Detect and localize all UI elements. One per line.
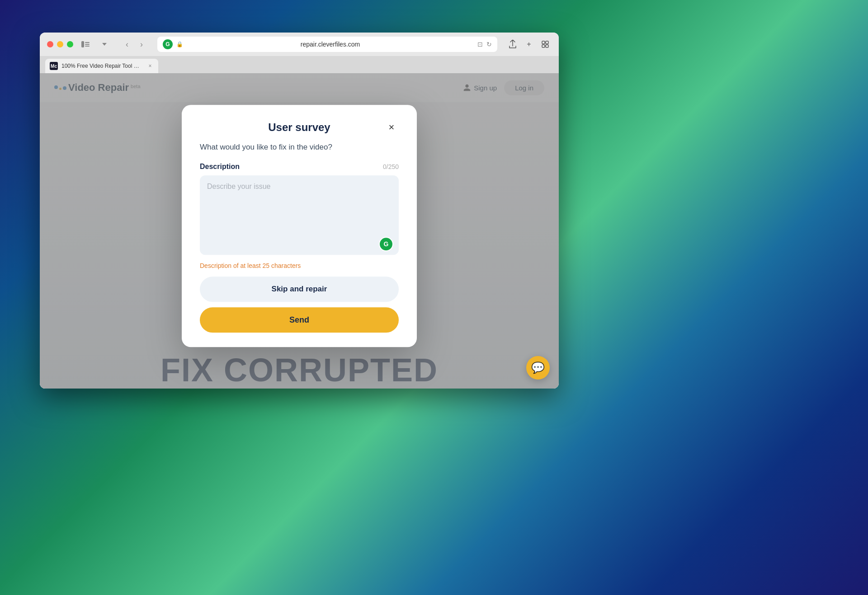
description-textarea[interactable] <box>200 175 399 255</box>
svg-rect-4 <box>542 41 545 44</box>
url-text[interactable]: repair.cleverfiles.com <box>187 41 474 48</box>
nav-buttons: ‹ › <box>120 37 148 51</box>
svg-rect-2 <box>85 44 90 45</box>
lock-icon: 🔒 <box>176 41 183 47</box>
sidebar-toggle-icon[interactable] <box>79 37 92 51</box>
sidebar-dropdown-icon[interactable] <box>98 37 111 51</box>
tab-bar: Mc 100% Free Video Repair Tool Online: F… <box>40 56 559 73</box>
share-icon[interactable] <box>506 38 519 51</box>
svg-rect-3 <box>85 46 90 47</box>
svg-rect-6 <box>542 45 545 47</box>
close-window-button[interactable] <box>47 41 53 47</box>
svg-rect-5 <box>546 41 548 44</box>
reader-mode-icon[interactable]: ⊡ <box>477 41 483 48</box>
send-button[interactable]: Send <box>200 307 399 333</box>
svg-rect-0 <box>81 41 84 47</box>
browser-window: ‹ › G 🔒 repair.cleverfiles.com ⊡ ↻ + <box>40 33 559 389</box>
modal-subtitle: What would you like to fix in the video? <box>200 143 399 152</box>
modal-header: User survey × <box>200 121 399 134</box>
svg-rect-7 <box>546 45 548 47</box>
modal-close-button[interactable]: × <box>384 120 399 135</box>
minimize-window-button[interactable] <box>57 41 63 47</box>
page-content: Video Repair beta Sign up Log in FIX COR… <box>40 73 559 389</box>
tab-title: 100% Free Video Repair Tool Online: Fix … <box>61 63 143 69</box>
char-count: 0/250 <box>383 163 399 170</box>
new-tab-icon[interactable]: + <box>523 38 535 51</box>
description-row: Description 0/250 <box>200 163 399 171</box>
active-tab[interactable]: Mc 100% Free Video Repair Tool Online: F… <box>45 59 158 73</box>
browser-right-icons: + <box>506 38 552 51</box>
back-button[interactable]: ‹ <box>120 37 134 51</box>
svg-rect-1 <box>85 42 90 43</box>
chat-icon: 💬 <box>531 361 545 374</box>
user-survey-modal: User survey × What would you like to fix… <box>182 105 417 347</box>
tab-favicon: Mc <box>50 62 58 70</box>
textarea-wrapper: G <box>200 175 399 257</box>
description-label: Description <box>200 163 240 171</box>
traffic-lights <box>47 41 73 47</box>
grammarly-badge-icon: G <box>379 237 393 251</box>
address-bar[interactable]: G 🔒 repair.cleverfiles.com ⊡ ↻ <box>157 37 497 52</box>
browser-titlebar: ‹ › G 🔒 repair.cleverfiles.com ⊡ ↻ + <box>40 33 559 56</box>
browser-chrome: ‹ › G 🔒 repair.cleverfiles.com ⊡ ↻ + <box>40 33 559 73</box>
tab-close-button[interactable]: × <box>146 62 154 70</box>
chat-button[interactable]: 💬 <box>526 356 550 379</box>
tab-overview-icon[interactable] <box>539 38 552 51</box>
validation-message: Description of at least 25 characters <box>200 262 399 269</box>
skip-and-repair-button[interactable]: Skip and repair <box>200 276 399 302</box>
forward-button[interactable]: › <box>135 37 148 51</box>
modal-title: User survey <box>268 121 330 134</box>
grammarly-extension-icon: G <box>163 39 173 49</box>
refresh-icon[interactable]: ↻ <box>486 41 492 48</box>
maximize-window-button[interactable] <box>67 41 73 47</box>
